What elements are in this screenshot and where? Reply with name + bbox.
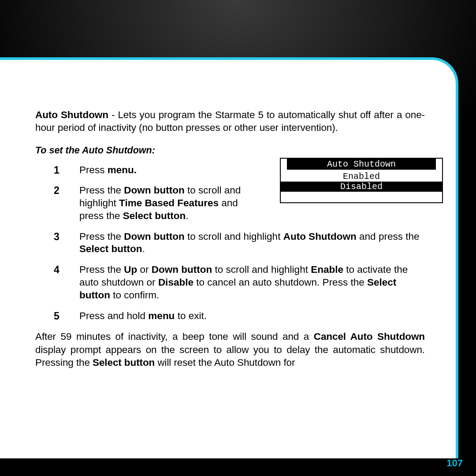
step-number: 1 <box>54 164 60 177</box>
step-5: 5 Press and hold menu to exit. <box>79 310 425 323</box>
step-3: 3 Press the Down button to scroll and hi… <box>79 231 425 256</box>
step-number: 4 <box>54 264 60 276</box>
note-paragraph: After 59 minutes of inactivity, a beep t… <box>35 330 425 369</box>
step-number: 3 <box>54 231 60 243</box>
intro-paragraph: Auto Shutdown - Lets you program the Sta… <box>35 108 425 134</box>
device-title: Auto Shutdown <box>287 159 436 170</box>
device-option-enabled: Enabled <box>281 171 442 182</box>
feature-name: Auto Shutdown <box>35 109 108 120</box>
step-number: 2 <box>54 184 60 197</box>
device-screen: Auto Shutdown Enabled Disabled <box>280 158 443 203</box>
step-4: 4 Press the Up or Down button to scroll … <box>79 264 425 301</box>
device-option-disabled: Disabled <box>281 182 442 192</box>
subheading: To set the Auto Shutdown: <box>35 145 425 156</box>
manual-page: Auto Shutdown - Lets you program the Sta… <box>0 57 458 458</box>
step-number: 5 <box>54 310 60 323</box>
page-number: 107 <box>446 457 463 469</box>
